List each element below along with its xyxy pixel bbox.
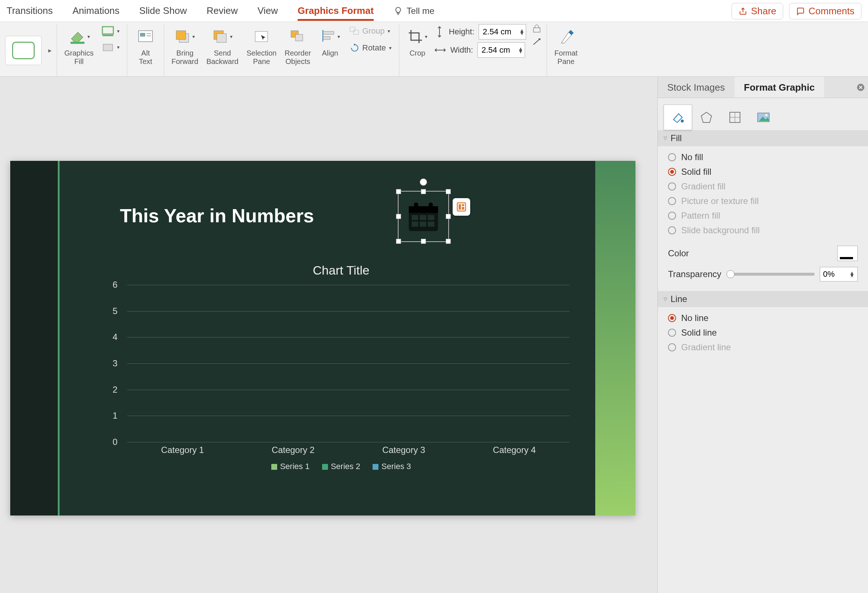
- group-button[interactable]: Group▾: [347, 24, 394, 38]
- resize-handle-sw[interactable]: [396, 239, 401, 244]
- height-icon: [434, 26, 444, 38]
- tab-graphics-format[interactable]: Graphics Format: [298, 1, 373, 21]
- graphics-effects-button[interactable]: ▾: [99, 40, 122, 54]
- line-none-label: No line: [681, 313, 709, 323]
- pane-close-button[interactable]: [853, 77, 868, 97]
- reorder-icon: [289, 29, 306, 44]
- resize-handle-w[interactable]: [396, 214, 401, 219]
- resize-handle-nw[interactable]: [396, 189, 401, 194]
- format-tab-size[interactable]: [720, 105, 749, 130]
- fill-option-pattern[interactable]: Pattern fill: [668, 208, 858, 223]
- svg-rect-34: [462, 207, 464, 210]
- send-backward-button[interactable]: ▾ Send Backward: [204, 24, 241, 69]
- y-tick: 5: [113, 306, 117, 316]
- crop-button[interactable]: ▾ Crop: [404, 24, 431, 60]
- picture-icon: [756, 110, 771, 125]
- pane-tab-format-graphic[interactable]: Format Graphic: [735, 77, 825, 97]
- svg-rect-12: [255, 31, 268, 42]
- resize-handle-n[interactable]: [421, 189, 426, 194]
- reorder-objects-button[interactable]: Reorder Objects: [282, 24, 313, 69]
- x-label: Category 3: [382, 445, 425, 455]
- alt-text-button[interactable]: Alt Text: [132, 24, 159, 69]
- bring-forward-button[interactable]: ▾ Bring Forward: [169, 24, 200, 69]
- graphics-fill-button[interactable]: ▾ Graphics Fill: [62, 24, 96, 69]
- size-props-icon: [728, 110, 742, 125]
- resize-handle-ne[interactable]: [446, 189, 451, 194]
- tab-view[interactable]: View: [257, 1, 278, 21]
- gallery-more[interactable]: ▸: [48, 46, 52, 55]
- reset-size-icon[interactable]: [532, 37, 542, 47]
- tab-transitions[interactable]: Transitions: [7, 1, 53, 21]
- format-pane-button[interactable]: Format Pane: [552, 24, 580, 69]
- y-tick: 1: [113, 410, 117, 421]
- tab-review[interactable]: Review: [207, 1, 238, 21]
- graphics-style-gallery[interactable]: [5, 36, 42, 65]
- color-picker-button[interactable]: [837, 246, 858, 261]
- tell-me[interactable]: Tell me: [393, 6, 434, 16]
- slide-title[interactable]: This Year in Numbers: [120, 205, 314, 227]
- line-option-solid[interactable]: Solid line: [668, 325, 858, 340]
- svg-rect-25: [412, 215, 418, 220]
- chart[interactable]: Chart Title 0123456 Category 1Category 2…: [109, 263, 573, 479]
- fill-option-none[interactable]: No fill: [668, 150, 858, 165]
- svg-rect-31: [458, 203, 466, 211]
- format-tab-fill-line[interactable]: [664, 105, 692, 130]
- fill-section-header[interactable]: ▽Fill: [658, 130, 868, 146]
- width-input[interactable]: 2.54 cm▲▼: [477, 43, 525, 58]
- pane-tab-stock-images[interactable]: Stock Images: [658, 77, 735, 97]
- selection-pane-icon: [253, 29, 270, 44]
- rotate-button[interactable]: Rotate▾: [347, 41, 394, 55]
- fill-option-gradient[interactable]: Gradient fill: [668, 179, 858, 194]
- format-pane: Stock Images Format Graphic ▽Fill No fil…: [657, 77, 868, 593]
- rotation-handle[interactable]: [420, 178, 427, 186]
- svg-point-24: [428, 202, 433, 207]
- chart-legend: Series 1 Series 2 Series 3: [109, 462, 573, 471]
- svg-rect-2: [102, 35, 113, 36]
- format-tab-picture[interactable]: [749, 105, 778, 130]
- line-option-gradient[interactable]: Gradient line: [668, 340, 858, 355]
- svg-rect-33: [462, 204, 464, 206]
- x-label: Category 1: [161, 445, 204, 455]
- bring-forward-icon: [175, 29, 192, 44]
- legend-series-1: Series 1: [271, 462, 310, 471]
- svg-rect-22: [409, 206, 438, 213]
- fill-option-picture[interactable]: Picture or texture fill: [668, 194, 858, 208]
- comments-button[interactable]: Comments: [789, 3, 861, 19]
- height-input[interactable]: 2.54 cm▲▼: [478, 24, 526, 40]
- design-ideas-button[interactable]: [453, 198, 470, 216]
- tab-animations[interactable]: Animations: [72, 1, 120, 21]
- resize-handle-e[interactable]: [446, 214, 451, 219]
- chart-title: Chart Title: [109, 263, 573, 277]
- format-tab-effects[interactable]: [692, 105, 720, 130]
- slide-right-gradient: [595, 161, 635, 515]
- width-icon: [434, 45, 446, 55]
- resize-handle-se[interactable]: [446, 239, 451, 244]
- height-value: 2.54 cm: [483, 27, 511, 37]
- lock-aspect-icon[interactable]: [532, 24, 542, 34]
- fill-option-slide-bg[interactable]: Slide background fill: [668, 223, 858, 237]
- share-label: Share: [751, 6, 776, 17]
- ribbon: ▸ ▾ Graphics Fill ▾ ▾ Alt Text ▾ Bring F…: [0, 22, 868, 77]
- transparency-slider[interactable]: [726, 273, 815, 276]
- share-icon: [738, 7, 747, 16]
- bring-forward-label: Bring Forward: [171, 49, 198, 67]
- slide[interactable]: This Year in Numbers Chart Title 0123456…: [10, 161, 635, 515]
- resize-handle-s[interactable]: [421, 239, 426, 244]
- svg-rect-11: [217, 34, 226, 43]
- share-button[interactable]: Share: [732, 3, 783, 19]
- transparency-input[interactable]: 0%▲▼: [820, 267, 858, 282]
- line-option-none[interactable]: No line: [668, 311, 858, 325]
- svg-point-41: [765, 114, 768, 116]
- graphics-fill-label: Graphics Fill: [64, 49, 94, 67]
- color-label: Color: [668, 248, 689, 258]
- selected-graphic[interactable]: [398, 191, 449, 242]
- alt-text-label: Alt Text: [139, 49, 152, 67]
- line-section-header[interactable]: ▽Line: [658, 291, 868, 307]
- outline-icon: [102, 26, 114, 36]
- graphics-outline-button[interactable]: ▾: [99, 24, 122, 38]
- fill-picture-label: Picture or texture fill: [681, 196, 759, 206]
- selection-pane-button[interactable]: Selection Pane: [244, 24, 279, 69]
- fill-option-solid[interactable]: Solid fill: [668, 165, 858, 179]
- tab-slide-show[interactable]: Slide Show: [139, 1, 187, 21]
- align-button[interactable]: ▾ Align: [317, 24, 343, 60]
